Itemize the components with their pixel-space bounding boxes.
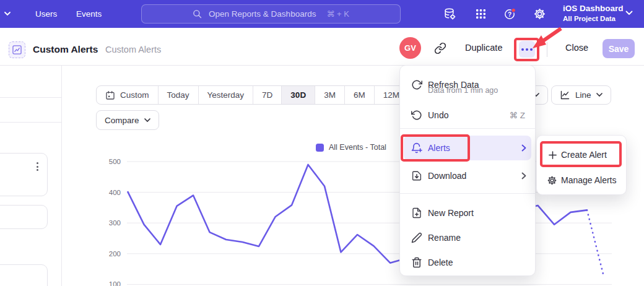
date-range-selector: Custom Today Yesterday 7D 30D 3M 6M 12M bbox=[96, 85, 409, 105]
breadcrumb: Custom Alerts bbox=[105, 45, 161, 54]
card-kebab-menu[interactable] bbox=[37, 162, 38, 171]
save-button[interactable]: Save bbox=[603, 39, 635, 58]
range-6m[interactable]: 6M bbox=[345, 86, 375, 104]
menu-item-rename[interactable]: Rename bbox=[400, 228, 535, 248]
range-yesterday[interactable]: Yesterday bbox=[199, 86, 254, 104]
menu-item-new-report[interactable]: New Report bbox=[400, 203, 535, 223]
panel-divider bbox=[61, 66, 62, 286]
nav-item-events[interactable]: Events bbox=[76, 0, 102, 28]
legend-item[interactable]: All Events - Total bbox=[316, 143, 386, 152]
svg-text:200: 200 bbox=[109, 250, 121, 258]
svg-text:300: 300 bbox=[109, 219, 121, 227]
close-button[interactable]: Close bbox=[565, 43, 588, 53]
menu-item-delete[interactable]: Delete bbox=[400, 253, 535, 272]
apps-grid-icon[interactable] bbox=[474, 7, 487, 20]
annotation-box-alerts-item bbox=[401, 134, 470, 162]
app-window: s Users Events Open Reports & Dashboards… bbox=[0, 0, 644, 286]
undo-icon bbox=[411, 110, 422, 121]
calendar-icon bbox=[105, 90, 115, 100]
svg-text:400: 400 bbox=[109, 189, 121, 196]
menu-item-download[interactable]: Download bbox=[400, 166, 535, 186]
refresh-data-subtext: Data from 1 min ago bbox=[428, 86, 498, 95]
nav-item-partial[interactable]: s bbox=[0, 0, 11, 28]
line-chart-icon bbox=[560, 90, 570, 100]
menu-item-undo[interactable]: Undo ⌘ Z bbox=[400, 106, 535, 124]
project-name: iOS Dashboard bbox=[563, 3, 624, 14]
legend-swatch bbox=[316, 144, 324, 152]
query-card bbox=[0, 153, 48, 196]
chevron-down-icon bbox=[596, 93, 603, 97]
range-7d[interactable]: 7D bbox=[253, 86, 282, 104]
chevron-down-icon bbox=[625, 11, 633, 15]
menu-item-refresh-data[interactable]: Refresh Data bbox=[400, 71, 535, 99]
chart-type-button[interactable]: Line bbox=[551, 85, 611, 105]
more-options-menu: Refresh Data Data from 1 min ago Undo ⌘ … bbox=[399, 65, 536, 276]
search-input[interactable]: Open Reports & Dashboards ⌘ + K bbox=[141, 4, 401, 24]
range-today[interactable]: Today bbox=[159, 86, 199, 104]
chevron-down-icon bbox=[144, 118, 150, 123]
chevron-down-icon bbox=[4, 12, 11, 16]
annotation-box-create-alert bbox=[540, 141, 622, 167]
svg-text:?: ? bbox=[508, 11, 511, 18]
undo-shortcut: ⌘ Z bbox=[510, 110, 526, 120]
project-scope: All Project Data bbox=[563, 14, 624, 24]
chevron-right-icon bbox=[521, 144, 526, 152]
notification-badge bbox=[511, 9, 515, 12]
settings-icon[interactable] bbox=[533, 7, 546, 20]
report-type-icon bbox=[9, 41, 25, 58]
share-link-icon[interactable] bbox=[434, 42, 446, 54]
help-icon[interactable]: ? bbox=[503, 7, 516, 20]
annotation-arrow bbox=[526, 25, 566, 51]
page-title: Custom Alerts bbox=[33, 44, 98, 55]
chevron-right-icon bbox=[521, 172, 526, 180]
rail-divider bbox=[0, 122, 61, 123]
range-30d-selected[interactable]: 30D bbox=[282, 86, 315, 104]
avatar[interactable]: GV bbox=[399, 37, 421, 59]
range-custom[interactable]: Custom bbox=[97, 86, 159, 104]
project-switcher[interactable]: iOS Dashboard All Project Data bbox=[563, 3, 624, 24]
query-card bbox=[0, 264, 48, 286]
pencil-icon bbox=[411, 232, 422, 243]
query-card bbox=[0, 205, 48, 229]
search-placeholder: Open Reports & Dashboards bbox=[209, 9, 316, 19]
svg-text:500: 500 bbox=[109, 158, 121, 165]
refresh-icon bbox=[411, 79, 422, 90]
search-icon bbox=[193, 9, 202, 19]
duplicate-button[interactable]: Duplicate bbox=[465, 43, 502, 53]
range-3m[interactable]: 3M bbox=[315, 86, 345, 104]
gear-icon bbox=[547, 175, 557, 186]
data-icon[interactable] bbox=[443, 7, 456, 20]
menu-divider bbox=[400, 128, 535, 129]
trash-icon bbox=[411, 257, 422, 268]
search-shortcut: ⌘ + K bbox=[326, 9, 349, 19]
rail-divider bbox=[0, 97, 61, 98]
svg-text:100: 100 bbox=[109, 280, 121, 286]
download-icon bbox=[411, 170, 422, 181]
submenu-item-manage-alerts[interactable]: Manage Alerts bbox=[537, 170, 626, 191]
legend-label: All Events - Total bbox=[329, 143, 386, 152]
nav-item-users[interactable]: Users bbox=[35, 0, 57, 28]
new-report-icon bbox=[411, 207, 422, 219]
top-nav: s Users Events Open Reports & Dashboards… bbox=[0, 0, 644, 28]
menu-divider bbox=[400, 193, 535, 194]
compare-button[interactable]: Compare bbox=[96, 110, 159, 130]
alerts-submenu: Create Alert Manage Alerts bbox=[536, 135, 627, 195]
